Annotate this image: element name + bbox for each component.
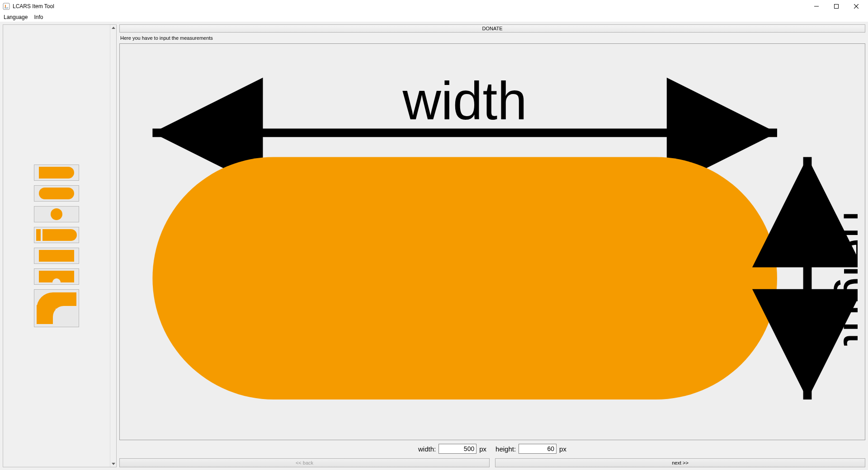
width-input[interactable]: [439, 444, 476, 454]
close-button[interactable]: [846, 0, 866, 13]
title-bar: LCARS Item Tool: [0, 0, 868, 13]
width-dimension-label: width: [402, 71, 528, 131]
window-title: LCARS Item Tool: [13, 3, 54, 9]
preview-canvas: width height: [119, 43, 865, 440]
shape-palette-panel: [3, 24, 117, 467]
back-button[interactable]: << back: [119, 458, 490, 467]
menu-info[interactable]: Info: [34, 14, 43, 20]
shape-palette: [3, 25, 110, 467]
shape-elbow[interactable]: [34, 289, 79, 327]
height-unit-label: px: [559, 445, 566, 453]
maximize-button[interactable]: [826, 0, 846, 13]
shape-notch-rectangle[interactable]: [34, 268, 79, 285]
pill-shape-preview: [153, 157, 778, 400]
height-dimension-label: height: [834, 211, 858, 346]
palette-scrollbar[interactable]: [110, 25, 116, 467]
width-input-label: width:: [418, 445, 436, 453]
shape-pill[interactable]: [34, 185, 79, 202]
shape-half-pill[interactable]: [34, 164, 79, 181]
menu-language[interactable]: Language: [4, 14, 28, 20]
height-input[interactable]: [519, 444, 557, 454]
main-panel: DONATE Here you have to input the measur…: [119, 24, 865, 467]
shape-rectangle[interactable]: [34, 248, 79, 264]
shape-circle[interactable]: [34, 206, 79, 222]
width-input-group: width: px: [418, 444, 486, 454]
svg-rect-0: [3, 3, 9, 9]
minimize-button[interactable]: [807, 0, 826, 13]
shape-endcap[interactable]: [34, 227, 79, 243]
donate-button[interactable]: DONATE: [119, 24, 865, 33]
measurement-diagram: width height: [127, 48, 857, 436]
java-app-icon: [3, 3, 10, 10]
client-area: DONATE Here you have to input the measur…: [0, 22, 868, 470]
measurement-inputs: width: px height: px: [119, 442, 865, 456]
window-controls: [807, 0, 866, 13]
next-button[interactable]: next >>: [495, 458, 865, 467]
width-unit-label: px: [479, 445, 486, 453]
menu-bar: Language Info: [0, 13, 868, 22]
instructions-text: Here you have to input the measurements: [119, 34, 865, 42]
height-input-group: height: px: [495, 444, 566, 454]
height-input-label: height:: [495, 445, 516, 453]
wizard-nav: << back next >>: [119, 458, 865, 467]
svg-rect-2: [835, 5, 839, 9]
